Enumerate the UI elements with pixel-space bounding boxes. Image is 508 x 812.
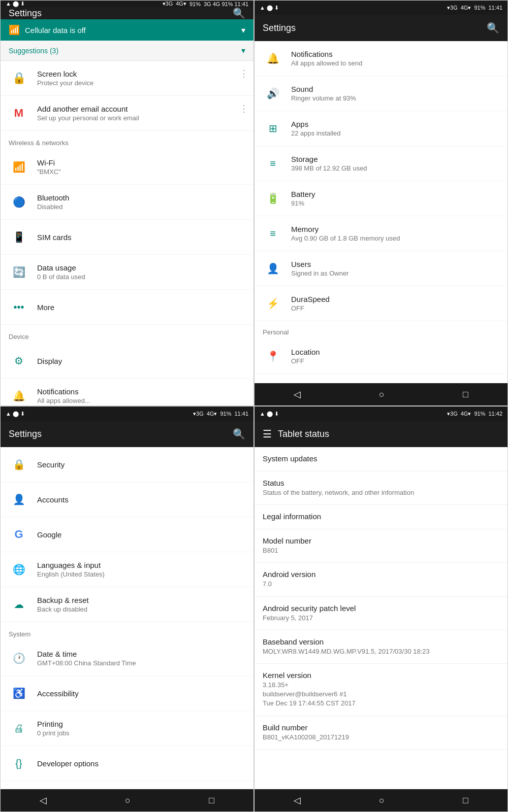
suggestion-screen-lock[interactable]: 🔒 Screen lock Protect your device ⋮ <box>1 61 253 96</box>
battery-item[interactable]: 🔋 Battery91% <box>255 181 507 216</box>
status-bar-q2: ▲ ⬤ ⬇ ▾3G 4G▾ 91% 11:41 <box>255 1 507 15</box>
recents-button-q3[interactable]: □ <box>199 791 225 810</box>
system-updates-item[interactable]: System updates <box>255 447 507 471</box>
battery-title: Battery <box>291 190 499 198</box>
recents-button-q2[interactable]: □ <box>453 385 479 404</box>
home-button-q4[interactable]: ○ <box>369 791 395 810</box>
status-bar-left-icons-q2: ▲ ⬤ ⬇ <box>260 5 279 11</box>
android-version-title: Android version <box>263 570 499 579</box>
device-section-header: Device <box>1 325 253 344</box>
cellular-banner[interactable]: 📶 Cellular data is off ▾ <box>1 19 253 41</box>
signal-icon: ▾3G <box>163 1 173 7</box>
personal-section-label: Personal <box>255 321 507 339</box>
notifications-icon-q1: 🔔 <box>9 386 29 406</box>
security-item-q2[interactable]: 🔒 Security <box>255 374 507 383</box>
status-icons-q4: ▲ ⬤ ⬇ <box>260 411 279 417</box>
status-item[interactable]: Status Status of the battery, network, a… <box>255 471 507 505</box>
security-patch-item[interactable]: Android security patch level February 5,… <box>255 597 507 630</box>
notifications-item-q1[interactable]: 🔔 NotificationsAll apps allowed... <box>1 379 253 406</box>
kernel-item[interactable]: Kernel version 3.18.35+ buildserver@buil… <box>255 664 507 716</box>
backup-subtitle: Back up disabled <box>37 605 245 613</box>
suggestions-header[interactable]: Suggestions (3) ▾ <box>1 41 253 61</box>
storage-title: Storage <box>291 155 499 163</box>
memory-item[interactable]: ≡ MemoryAvg 0.90 GB of 1.8 GB memory use… <box>255 216 507 251</box>
battery-q2: 91% <box>474 5 485 11</box>
users-item[interactable]: 👤 UsersSigned in as Owner <box>255 251 507 286</box>
nav-bar-q4: ◁ ○ □ <box>255 789 507 811</box>
datetime-item[interactable]: 🕐 Date & timeGMT+08:00 China Standard Ti… <box>1 641 253 676</box>
wifi-item[interactable]: 📶 Wi-Fi"BMXC" <box>1 150 253 185</box>
location-item[interactable]: 📍 LocationOFF <box>255 339 507 374</box>
time-q3: 11:41 <box>234 411 248 417</box>
bluetooth-title: Bluetooth <box>37 193 245 202</box>
search-icon-q3[interactable]: 🔍 <box>233 428 245 440</box>
accessibility-item[interactable]: ♿ Accessibility <box>1 676 253 711</box>
sim-item[interactable]: 📱 SIM cards <box>1 220 253 255</box>
nav-bar-q3: ◁ ○ □ <box>1 789 253 811</box>
status-bar-left-icons: ▲ ⬤ ⬇ <box>6 1 25 7</box>
recents-button-q4[interactable]: □ <box>453 791 479 810</box>
sound-subtitle: Ringer volume at 93% <box>291 94 499 102</box>
storage-subtitle: 398 MB of 12.92 GB used <box>291 164 499 172</box>
security-patch-subtitle: February 5, 2017 <box>263 614 499 623</box>
notif-q4: ▲ ⬤ ⬇ <box>260 411 279 417</box>
build-item[interactable]: Build number B801_vKA100208_20171219 <box>255 716 507 750</box>
data-usage-item[interactable]: 🔄 Data usage0 B of data used <box>1 255 253 290</box>
google-icon: G <box>9 524 29 545</box>
search-icon-q1[interactable]: 🔍 <box>233 7 245 19</box>
notifications-item-q2[interactable]: 🔔 NotificationsAll apps allowed to send <box>255 41 507 76</box>
users-icon: 👤 <box>263 258 283 279</box>
duraspeed-icon: ⚡ <box>263 293 283 314</box>
baseband-item[interactable]: Baseband version MOLY.WR8.W1449.MD.WG.MP… <box>255 630 507 664</box>
accounts-item-q3[interactable]: 👤 Accounts <box>1 482 253 517</box>
status-bar-q3: ▲ ⬤ ⬇ ▾3G 4G▾ 91% 11:41 <box>1 407 253 421</box>
storage-item[interactable]: ≡ Storage398 MB of 12.92 GB used <box>255 146 507 181</box>
apps-icon: ⊞ <box>263 118 283 139</box>
printing-item[interactable]: 🖨 Printing0 print jobs <box>1 711 253 746</box>
bluetooth-item[interactable]: 🔵 BluetoothDisabled <box>1 185 253 220</box>
build-title: Build number <box>263 723 499 732</box>
system-updates-title: System updates <box>263 454 499 463</box>
suggestion-email[interactable]: M Add another email account Set up your … <box>1 96 253 131</box>
backup-item[interactable]: ☁ Backup & resetBack up disabled <box>1 587 253 622</box>
email-text: Add another email account Set up your pe… <box>37 105 245 122</box>
duraspeed-item[interactable]: ⚡ DuraSpeedOFF <box>255 286 507 321</box>
status-subtitle: Status of the battery, network, and othe… <box>263 488 499 497</box>
sound-item[interactable]: 🔊 SoundRinger volume at 93% <box>255 76 507 111</box>
menu-icon-q4[interactable]: ☰ <box>263 428 272 440</box>
back-button-q3[interactable]: ◁ <box>29 791 57 810</box>
developer-item[interactable]: {} Developer options <box>1 746 253 781</box>
more-title: More <box>37 303 245 312</box>
back-button-q2[interactable]: ◁ <box>283 385 311 404</box>
apps-item[interactable]: ⊞ Apps22 apps installed <box>255 111 507 146</box>
screen-lock-more-icon[interactable]: ⋮ <box>239 68 248 79</box>
kernel-title: Kernel version <box>263 671 499 680</box>
battery-icon: 🔋 <box>263 188 283 209</box>
google-item[interactable]: G Google <box>1 517 253 552</box>
accessibility-icon: ♿ <box>9 683 29 703</box>
search-icon-q2[interactable]: 🔍 <box>487 22 499 34</box>
datetime-title: Date & time <box>37 650 245 658</box>
home-button-q2[interactable]: ○ <box>369 385 395 404</box>
status-right-q3: ▾3G 4G▾ 91% 11:41 <box>193 411 248 417</box>
more-item[interactable]: ••• More <box>1 290 253 325</box>
wifi-title: Wi-Fi <box>37 158 245 167</box>
sound-icon: 🔊 <box>263 83 283 104</box>
security-item-q3[interactable]: 🔒 Security <box>1 447 253 482</box>
lte-q4: 4G▾ <box>461 411 471 417</box>
model-item[interactable]: Model number B801 <box>255 529 507 563</box>
android-version-item[interactable]: Android version 7.0 <box>255 563 507 596</box>
email-more-icon[interactable]: ⋮ <box>239 103 248 114</box>
home-button-q3[interactable]: ○ <box>115 791 141 810</box>
content-q3: 🔒 Security 👤 Accounts G Google 🌐 Languag… <box>1 447 253 789</box>
battery-text: 91% <box>189 1 201 7</box>
status-bar-q4: ▲ ⬤ ⬇ ▾3G 4G▾ 91% 11:42 <box>255 407 507 421</box>
wifi-subtitle: "BMXC" <box>37 168 245 176</box>
schedule-item[interactable]: ⏻ Schedule power on & offOff <box>1 781 253 789</box>
legal-item[interactable]: Legal information <box>255 505 507 529</box>
android-version-subtitle: 7.0 <box>263 580 499 589</box>
display-item[interactable]: ⚙ Display <box>1 344 253 379</box>
model-subtitle: B801 <box>263 546 499 555</box>
language-item[interactable]: 🌐 Languages & inputEnglish (United State… <box>1 552 253 587</box>
back-button-q4[interactable]: ◁ <box>283 791 311 810</box>
